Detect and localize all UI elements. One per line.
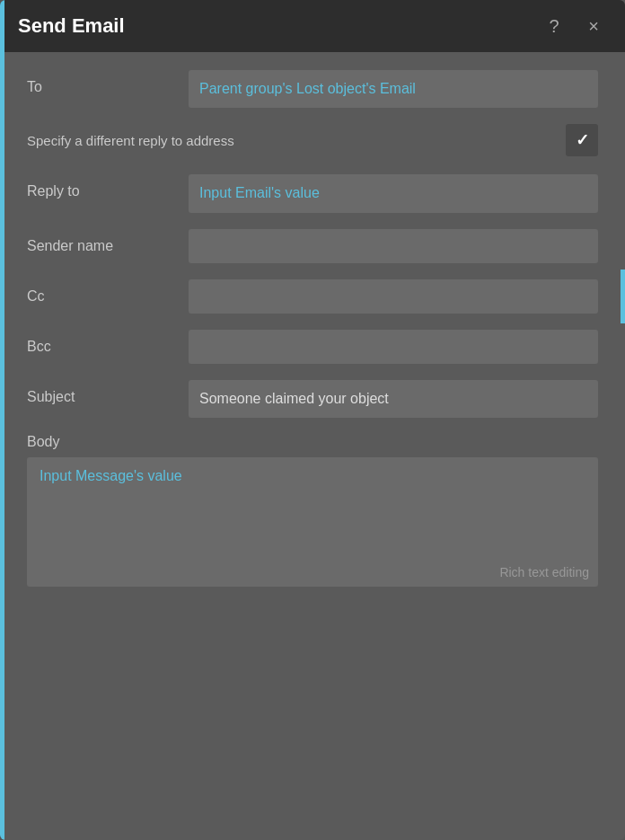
close-icon: × — [588, 16, 599, 37]
body-section: Body Input Message's value Rich text edi… — [27, 434, 598, 587]
bcc-label: Bcc — [27, 330, 189, 355]
reply-to-value[interactable]: Input Email's value — [189, 174, 598, 212]
header-icons: ? × — [541, 13, 607, 40]
sender-name-label: Sender name — [27, 229, 189, 254]
subject-label: Subject — [27, 380, 189, 405]
dialog-header: Send Email ? × — [0, 0, 625, 52]
cc-label: Cc — [27, 279, 189, 305]
reply-to-label: Reply to — [27, 174, 189, 199]
left-accent — [0, 0, 4, 840]
to-row: To Parent group's Lost object's Email — [27, 70, 598, 108]
specify-reply-label: Specify a different reply to address — [27, 133, 555, 148]
body-textarea[interactable]: Input Message's value — [27, 457, 598, 556]
help-icon: ? — [549, 16, 559, 37]
to-label: To — [27, 70, 189, 95]
dialog-title: Send Email — [18, 14, 125, 38]
help-button[interactable]: ? — [541, 13, 568, 40]
body-textarea-container: Input Message's value Rich text editing — [27, 457, 598, 587]
cc-input[interactable] — [189, 279, 598, 314]
bcc-input[interactable] — [189, 330, 598, 364]
reply-to-row: Reply to Input Email's value — [27, 174, 598, 212]
send-email-dialog: Send Email ? × To Parent group's Lost ob… — [0, 0, 625, 840]
dialog-body: To Parent group's Lost object's Email Sp… — [0, 52, 625, 605]
checkmark-icon: ✓ — [576, 130, 589, 150]
subject-value[interactable]: Someone claimed your object — [189, 380, 598, 418]
body-label: Body — [27, 434, 598, 450]
subject-row: Subject Someone claimed your object — [27, 380, 598, 418]
sender-name-row: Sender name — [27, 229, 598, 263]
bcc-row: Bcc — [27, 330, 598, 364]
rich-text-label: Rich text editing — [27, 560, 598, 587]
cc-row: Cc — [27, 279, 598, 314]
specify-reply-row: Specify a different reply to address ✓ — [27, 124, 598, 156]
specify-reply-checkbox[interactable]: ✓ — [566, 124, 598, 156]
close-button[interactable]: × — [580, 13, 607, 40]
sender-name-input[interactable] — [189, 229, 598, 263]
right-accent — [621, 270, 625, 323]
to-value: Parent group's Lost object's Email — [189, 70, 598, 108]
